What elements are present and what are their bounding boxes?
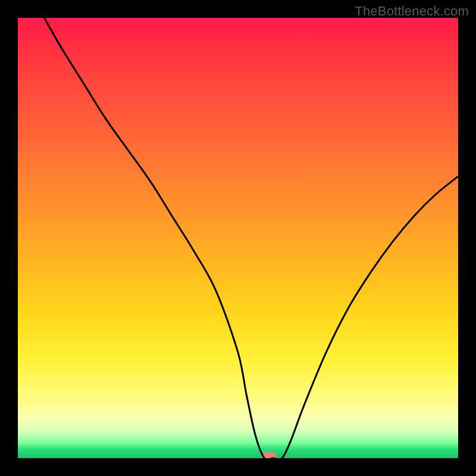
plot-area — [18, 18, 458, 458]
watermark-text: TheBottleneck.com — [355, 4, 469, 19]
background-gradient — [18, 18, 458, 458]
minimum-marker — [261, 452, 277, 458]
chart-frame: TheBottleneck.com — [0, 0, 476, 476]
